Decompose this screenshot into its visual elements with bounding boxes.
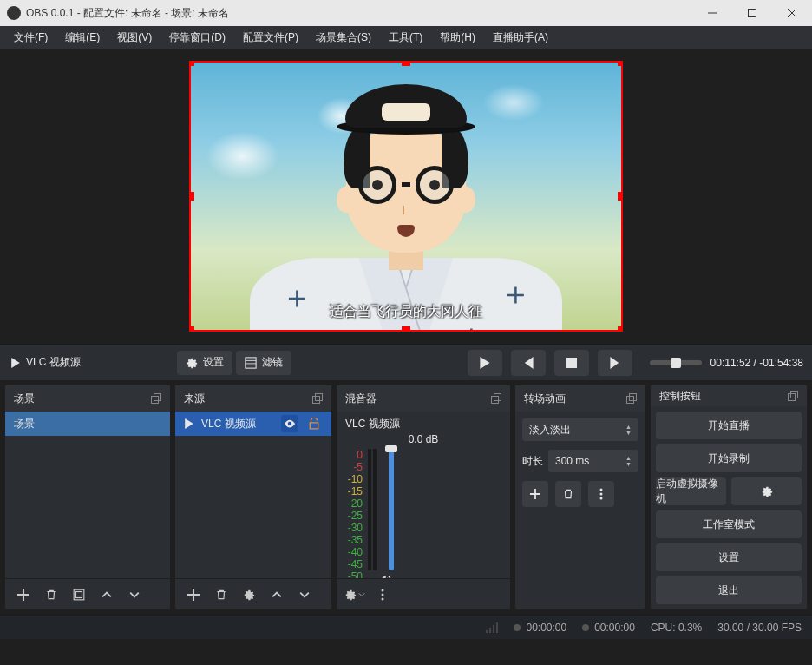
svg-rect-1 — [246, 357, 256, 367]
sources-title: 来源 — [184, 392, 205, 406]
menu-profile[interactable]: 配置文件(P) — [236, 27, 305, 49]
seek-knob[interactable] — [671, 358, 681, 368]
source-item[interactable]: VLC 视频源 — [175, 412, 331, 436]
scene-down-button[interactable] — [123, 583, 146, 606]
popout-icon[interactable] — [151, 393, 161, 404]
maximize-button[interactable] — [732, 0, 772, 26]
menu-dock[interactable]: 停靠窗口(D) — [162, 27, 232, 49]
scene-up-button[interactable] — [95, 583, 118, 606]
source-filters-button[interactable]: 滤镜 — [236, 351, 291, 375]
volume-slider[interactable] — [389, 449, 394, 570]
resize-handle-tl[interactable] — [189, 61, 194, 66]
resize-handle-bm[interactable] — [402, 326, 410, 332]
resize-handle-tr[interactable] — [618, 61, 623, 66]
remove-transition-button[interactable] — [555, 481, 581, 507]
kebab-icon — [599, 488, 603, 500]
menu-edit[interactable]: 编辑(E) — [58, 27, 107, 49]
svg-rect-25 — [489, 628, 491, 633]
mixer-settings-button[interactable] — [344, 583, 366, 606]
menu-stream-assistant[interactable]: 直播助手(A) — [486, 27, 555, 49]
duration-value: 300 ms — [555, 455, 589, 467]
studio-mode-button[interactable]: 工作室模式 — [656, 510, 802, 538]
chevron-down-icon — [129, 589, 140, 600]
source-play-icon — [9, 358, 23, 368]
media-seek-bar[interactable] — [650, 360, 702, 365]
window-titlebar: OBS 0.0.1 - 配置文件: 未命名 - 场景: 未命名 — [0, 0, 812, 26]
source-down-button[interactable] — [293, 583, 316, 606]
menubar: 文件(F) 编辑(E) 视图(V) 停靠窗口(D) 配置文件(P) 场景集合(S… — [0, 26, 812, 49]
lock-icon — [309, 418, 319, 430]
dot-icon — [514, 624, 521, 631]
controls-title: 控制按钮 — [659, 389, 701, 404]
status-cpu: CPU: 0.3% — [651, 622, 702, 634]
settings-button[interactable]: 设置 — [656, 543, 802, 571]
controls-panel: 控制按钮 开始直播 开始录制 启动虚拟摄像机 工作室模式 设置 退出 — [651, 385, 807, 609]
plus-icon — [187, 589, 200, 601]
transition-select[interactable]: 淡入淡出 ▲▼ — [522, 418, 638, 441]
menu-help[interactable]: 帮助(H) — [433, 27, 482, 49]
source-up-button[interactable] — [265, 583, 288, 606]
start-virtual-cam-button[interactable]: 启动虚拟摄像机 — [656, 477, 726, 505]
svg-rect-7 — [313, 397, 320, 404]
exit-button[interactable]: 退出 — [656, 576, 802, 604]
menu-tools[interactable]: 工具(T) — [382, 27, 429, 49]
mixer-channel-name: VLC 视频源 — [345, 417, 501, 431]
trash-icon — [562, 488, 574, 500]
slider-knob[interactable] — [385, 445, 397, 452]
popout-icon[interactable] — [788, 391, 798, 401]
preview-canvas[interactable]: ✕✕ ✕✕ ✕✕ ✕ 适合当飞行员的大冈人征 — [189, 61, 623, 332]
lock-toggle[interactable] — [305, 415, 323, 432]
start-recording-button[interactable]: 开始录制 — [656, 444, 802, 472]
media-time-display: 00:11:52 / -01:54:38 — [710, 357, 803, 369]
add-transition-button[interactable] — [522, 481, 548, 507]
resize-handle-br[interactable] — [618, 326, 623, 332]
media-next-button[interactable] — [598, 350, 632, 376]
chevron-up-icon — [102, 589, 112, 600]
mixer-panel: 混音器 VLC 视频源 0.0 dB 0-5 -10-15 -20-25 -30… — [337, 385, 510, 609]
window-title: OBS 0.0.1 - 配置文件: 未命名 - 场景: 未命名 — [26, 6, 692, 21]
filters-icon — [245, 357, 257, 369]
source-properties-button[interactable] — [238, 583, 260, 606]
svg-point-16 — [382, 597, 384, 600]
menu-scene-collection[interactable]: 场景集合(S) — [309, 27, 378, 49]
close-button[interactable] — [772, 0, 812, 26]
plus-icon — [17, 589, 29, 601]
trash-icon — [45, 589, 57, 601]
menu-file[interactable]: 文件(F) — [7, 27, 55, 49]
add-source-button[interactable] — [182, 583, 205, 606]
scene-filters-button[interactable] — [68, 583, 90, 606]
svg-rect-27 — [496, 622, 498, 633]
duration-input[interactable]: 300 ms ▲▼ — [548, 450, 638, 472]
status-stream-time: 00:00:00 — [514, 622, 566, 634]
minimize-button[interactable] — [692, 0, 732, 26]
add-scene-button[interactable] — [12, 583, 35, 606]
menu-view[interactable]: 视图(V) — [110, 27, 159, 49]
resize-handle-ml[interactable] — [189, 192, 194, 201]
transition-properties-button[interactable] — [588, 481, 614, 507]
popout-icon[interactable] — [626, 393, 637, 404]
resize-handle-bl[interactable] — [189, 326, 194, 332]
preview-area[interactable]: ✕✕ ✕✕ ✕✕ ✕ 适合当飞行员的大冈人征 — [0, 49, 812, 344]
network-signal-icon — [486, 622, 498, 633]
remove-scene-button[interactable] — [40, 583, 62, 606]
status-record-time: 00:00:00 — [582, 622, 635, 634]
media-stop-button[interactable] — [554, 350, 589, 376]
scene-item[interactable]: 场景 — [5, 412, 170, 436]
start-streaming-button[interactable]: 开始直播 — [656, 412, 802, 439]
remove-source-button[interactable] — [210, 583, 232, 606]
virtual-cam-settings-button[interactable] — [731, 477, 802, 505]
visibility-toggle[interactable] — [281, 415, 298, 432]
resize-handle-tm[interactable] — [402, 61, 410, 66]
transition-selected: 淡入淡出 — [529, 423, 571, 438]
resize-handle-mr[interactable] — [618, 192, 623, 201]
media-prev-button[interactable] — [511, 350, 546, 376]
popout-icon[interactable] — [491, 393, 501, 404]
source-toolbar: VLC 视频源 设置 滤镜 00:11:52 / -01:54:38 — [0, 344, 812, 380]
kebab-icon — [381, 589, 384, 601]
source-properties-button[interactable]: 设置 — [177, 351, 232, 375]
svg-rect-0 — [749, 10, 756, 17]
media-play-button[interactable] — [468, 350, 502, 376]
popout-icon[interactable] — [312, 393, 323, 404]
mixer-menu-button[interactable] — [371, 583, 394, 606]
svg-rect-4 — [154, 394, 161, 401]
